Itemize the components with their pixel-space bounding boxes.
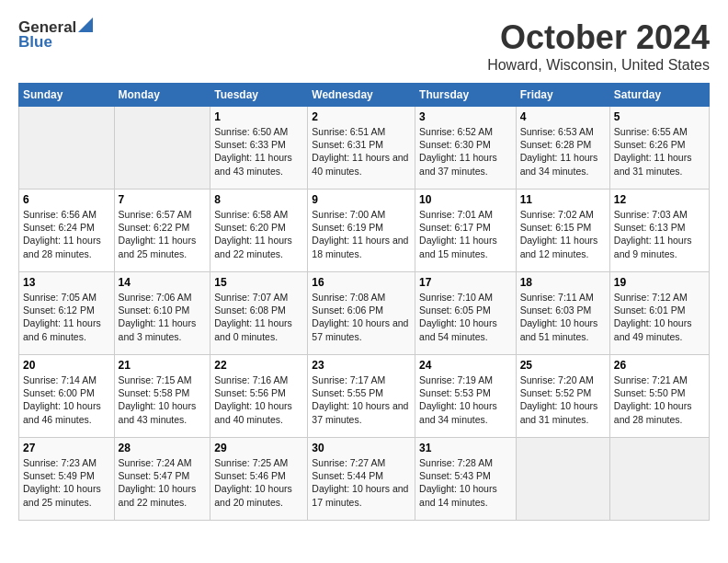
day-info: Sunrise: 7:10 AM Sunset: 6:05 PM Dayligh… xyxy=(419,291,512,343)
daylight-text: Daylight: 10 hours and 46 minutes. xyxy=(23,400,101,424)
day-cell: 4 Sunrise: 6:53 AM Sunset: 6:28 PM Dayli… xyxy=(516,107,609,190)
calendar-table: SundayMondayTuesdayWednesdayThursdayFrid… xyxy=(18,83,710,521)
day-info: Sunrise: 7:20 AM Sunset: 5:52 PM Dayligh… xyxy=(520,373,606,426)
daylight-text: Daylight: 11 hours and 9 minutes. xyxy=(614,235,692,259)
sunrise-text: Sunrise: 6:56 AM xyxy=(23,209,97,220)
sunset-text: Sunset: 5:56 PM xyxy=(214,387,286,398)
daylight-text: Daylight: 10 hours and 25 minutes. xyxy=(23,483,101,507)
day-info: Sunrise: 6:52 AM Sunset: 6:30 PM Dayligh… xyxy=(419,125,512,178)
sunset-text: Sunset: 5:58 PM xyxy=(119,387,190,398)
sunrise-text: Sunrise: 7:12 AM xyxy=(614,292,688,303)
daylight-text: Daylight: 11 hours and 22 minutes. xyxy=(214,235,292,259)
header-cell-saturday: Saturday xyxy=(609,84,709,107)
day-number: 13 xyxy=(23,276,110,289)
sunset-text: Sunset: 6:20 PM xyxy=(214,222,286,233)
daylight-text: Daylight: 10 hours and 37 minutes. xyxy=(312,400,408,424)
day-cell: 24 Sunrise: 7:19 AM Sunset: 5:53 PM Dayl… xyxy=(415,355,517,438)
sunset-text: Sunset: 6:22 PM xyxy=(119,222,190,233)
sunrise-text: Sunrise: 7:28 AM xyxy=(419,457,493,468)
daylight-text: Daylight: 10 hours and 54 minutes. xyxy=(419,317,497,341)
day-cell: 30 Sunrise: 7:27 AM Sunset: 5:44 PM Dayl… xyxy=(308,438,415,521)
day-cell: 29 Sunrise: 7:25 AM Sunset: 5:46 PM Dayl… xyxy=(210,438,308,521)
daylight-text: Daylight: 10 hours and 31 minutes. xyxy=(520,400,598,424)
day-cell xyxy=(114,107,210,190)
sunset-text: Sunset: 6:15 PM xyxy=(520,222,592,233)
day-number: 21 xyxy=(119,359,207,372)
day-number: 20 xyxy=(23,359,110,372)
day-cell: 8 Sunrise: 6:58 AM Sunset: 6:20 PM Dayli… xyxy=(210,190,308,272)
sunset-text: Sunset: 6:31 PM xyxy=(312,139,383,150)
sunset-text: Sunset: 5:44 PM xyxy=(312,470,383,481)
calendar-header: SundayMondayTuesdayWednesdayThursdayFrid… xyxy=(19,84,710,107)
day-number: 5 xyxy=(614,110,705,123)
day-cell: 26 Sunrise: 7:21 AM Sunset: 5:50 PM Dayl… xyxy=(609,355,709,438)
sunset-text: Sunset: 6:03 PM xyxy=(520,304,592,316)
day-cell: 28 Sunrise: 7:24 AM Sunset: 5:47 PM Dayl… xyxy=(114,438,210,521)
day-cell: 12 Sunrise: 7:03 AM Sunset: 6:13 PM Dayl… xyxy=(609,190,709,272)
daylight-text: Daylight: 11 hours and 43 minutes. xyxy=(214,152,292,176)
day-number: 8 xyxy=(214,193,303,206)
header-row: SundayMondayTuesdayWednesdayThursdayFrid… xyxy=(19,84,710,107)
header-cell-sunday: Sunday xyxy=(19,84,115,107)
daylight-text: Daylight: 10 hours and 43 minutes. xyxy=(119,400,197,424)
week-row-5: 27 Sunrise: 7:23 AM Sunset: 5:49 PM Dayl… xyxy=(19,438,710,521)
day-info: Sunrise: 7:27 AM Sunset: 5:44 PM Dayligh… xyxy=(312,456,411,509)
day-cell: 5 Sunrise: 6:55 AM Sunset: 6:26 PM Dayli… xyxy=(609,107,709,190)
day-cell: 20 Sunrise: 7:14 AM Sunset: 6:00 PM Dayl… xyxy=(19,355,115,438)
header-cell-tuesday: Tuesday xyxy=(210,84,308,107)
day-cell: 7 Sunrise: 6:57 AM Sunset: 6:22 PM Dayli… xyxy=(114,190,210,272)
day-info: Sunrise: 6:51 AM Sunset: 6:31 PM Dayligh… xyxy=(312,125,411,178)
sunset-text: Sunset: 6:13 PM xyxy=(614,222,686,233)
day-info: Sunrise: 7:25 AM Sunset: 5:46 PM Dayligh… xyxy=(214,456,303,509)
sunset-text: Sunset: 6:12 PM xyxy=(23,304,95,316)
sunset-text: Sunset: 6:33 PM xyxy=(214,139,286,150)
sunset-text: Sunset: 6:05 PM xyxy=(419,304,491,316)
daylight-text: Daylight: 10 hours and 17 minutes. xyxy=(312,483,408,507)
sunrise-text: Sunrise: 7:11 AM xyxy=(520,292,594,303)
day-number: 6 xyxy=(23,193,110,206)
daylight-text: Daylight: 11 hours and 34 minutes. xyxy=(520,152,598,176)
sunset-text: Sunset: 5:47 PM xyxy=(119,470,190,481)
day-info: Sunrise: 7:01 AM Sunset: 6:17 PM Dayligh… xyxy=(419,208,512,260)
day-number: 27 xyxy=(23,442,110,454)
day-info: Sunrise: 7:24 AM Sunset: 5:47 PM Dayligh… xyxy=(119,456,207,509)
day-cell: 2 Sunrise: 6:51 AM Sunset: 6:31 PM Dayli… xyxy=(308,107,415,190)
day-info: Sunrise: 7:21 AM Sunset: 5:50 PM Dayligh… xyxy=(614,373,705,426)
logo-arrow-icon xyxy=(78,17,93,36)
day-info: Sunrise: 6:57 AM Sunset: 6:22 PM Dayligh… xyxy=(119,208,207,260)
sunrise-text: Sunrise: 7:19 AM xyxy=(419,374,493,385)
daylight-text: Daylight: 10 hours and 28 minutes. xyxy=(614,400,692,424)
sunrise-text: Sunrise: 7:20 AM xyxy=(520,374,594,385)
day-number: 10 xyxy=(419,193,512,206)
sunset-text: Sunset: 6:10 PM xyxy=(119,304,190,316)
day-number: 14 xyxy=(119,276,207,289)
day-number: 29 xyxy=(214,442,303,454)
day-cell: 9 Sunrise: 7:00 AM Sunset: 6:19 PM Dayli… xyxy=(308,190,415,272)
day-info: Sunrise: 7:14 AM Sunset: 6:00 PM Dayligh… xyxy=(23,373,110,426)
daylight-text: Daylight: 11 hours and 25 minutes. xyxy=(119,235,197,259)
sunrise-text: Sunrise: 7:16 AM xyxy=(214,374,288,385)
week-row-1: 1 Sunrise: 6:50 AM Sunset: 6:33 PM Dayli… xyxy=(19,107,710,190)
day-info: Sunrise: 7:00 AM Sunset: 6:19 PM Dayligh… xyxy=(312,208,411,260)
daylight-text: Daylight: 11 hours and 18 minutes. xyxy=(312,235,408,259)
sunrise-text: Sunrise: 6:55 AM xyxy=(614,126,688,137)
day-info: Sunrise: 7:17 AM Sunset: 5:55 PM Dayligh… xyxy=(312,373,411,426)
calendar-body: 1 Sunrise: 6:50 AM Sunset: 6:33 PM Dayli… xyxy=(19,107,710,521)
sunset-text: Sunset: 5:50 PM xyxy=(614,387,686,398)
day-info: Sunrise: 7:28 AM Sunset: 5:43 PM Dayligh… xyxy=(419,456,512,509)
page-title: October 2024 xyxy=(487,18,710,57)
sunrise-text: Sunrise: 7:08 AM xyxy=(312,292,385,303)
day-cell: 10 Sunrise: 7:01 AM Sunset: 6:17 PM Dayl… xyxy=(415,190,517,272)
sunrise-text: Sunrise: 7:14 AM xyxy=(23,374,97,385)
day-number: 31 xyxy=(419,442,512,454)
day-cell: 15 Sunrise: 7:07 AM Sunset: 6:08 PM Dayl… xyxy=(210,272,308,355)
day-number: 7 xyxy=(119,193,207,206)
sunrise-text: Sunrise: 7:05 AM xyxy=(23,292,97,303)
sunrise-text: Sunrise: 7:27 AM xyxy=(312,457,385,468)
day-number: 12 xyxy=(614,193,705,206)
day-info: Sunrise: 7:08 AM Sunset: 6:06 PM Dayligh… xyxy=(312,291,411,343)
day-cell: 31 Sunrise: 7:28 AM Sunset: 5:43 PM Dayl… xyxy=(415,438,517,521)
sunset-text: Sunset: 6:01 PM xyxy=(614,304,686,316)
title-block: October 2024 Howard, Wisconsin, United S… xyxy=(487,18,710,74)
sunrise-text: Sunrise: 6:57 AM xyxy=(119,209,192,220)
